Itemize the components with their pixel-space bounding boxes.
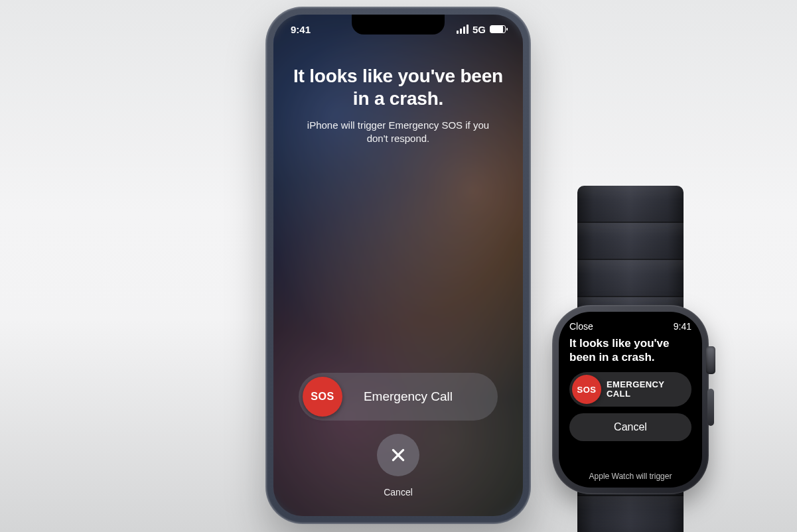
iphone-device: 9:41 5G It looks like you've been in a c…	[265, 7, 531, 524]
status-bar: 9:41 5G	[273, 15, 523, 44]
iphone-screen: 9:41 5G It looks like you've been in a c…	[273, 15, 523, 516]
watch-emergency-call-slider[interactable]: SOS EMERGENCY CALL	[569, 372, 691, 407]
watch-sos-knob-label: SOS	[577, 385, 597, 395]
close-icon	[390, 446, 407, 464]
watch-footer-text: Apple Watch will trigger	[569, 472, 691, 481]
watch-cancel-button[interactable]: Cancel	[569, 413, 691, 441]
emergency-call-slider[interactable]: SOS Emergency Call	[299, 373, 498, 421]
sos-knob-label: SOS	[311, 391, 334, 403]
watch-cancel-label: Cancel	[614, 421, 647, 433]
emergency-call-label: Emergency Call	[342, 389, 494, 404]
watch-time: 9:41	[674, 321, 691, 332]
crash-headline: It looks like you've been in a crash.	[273, 65, 523, 109]
watch-crash-headline: It looks like you've been in a crash.	[569, 337, 691, 364]
battery-icon	[490, 25, 506, 33]
watch-emergency-call-label: EMERGENCY CALL	[601, 380, 689, 400]
watch-body: Close 9:41 It looks like you've been in …	[552, 305, 709, 494]
crash-subline: iPhone will trigger Emergency SOS if you…	[273, 119, 523, 146]
network-label: 5G	[472, 24, 486, 35]
watch-screen: Close 9:41 It looks like you've been in …	[559, 312, 702, 488]
watch-close-button[interactable]: Close	[569, 321, 593, 332]
watch-side-button[interactable]	[707, 389, 714, 426]
status-time: 9:41	[291, 24, 311, 35]
watch-sos-icon[interactable]: SOS	[572, 375, 601, 404]
cancel-label: Cancel	[384, 487, 413, 498]
sos-icon[interactable]: SOS	[303, 377, 342, 417]
digital-crown[interactable]	[706, 346, 715, 374]
watch-status-bar: Close 9:41	[569, 321, 691, 332]
dismiss-button[interactable]	[377, 434, 419, 476]
apple-watch-device: Close 9:41 It looks like you've been in …	[541, 259, 720, 532]
cellular-signal-icon	[457, 25, 469, 34]
